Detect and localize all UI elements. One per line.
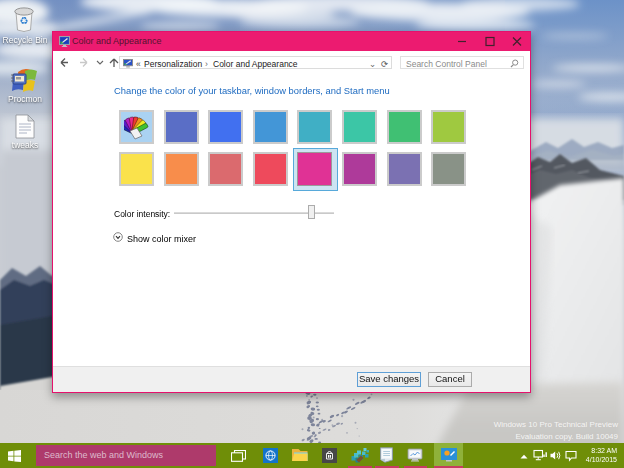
svg-text:♻: ♻	[20, 15, 29, 26]
